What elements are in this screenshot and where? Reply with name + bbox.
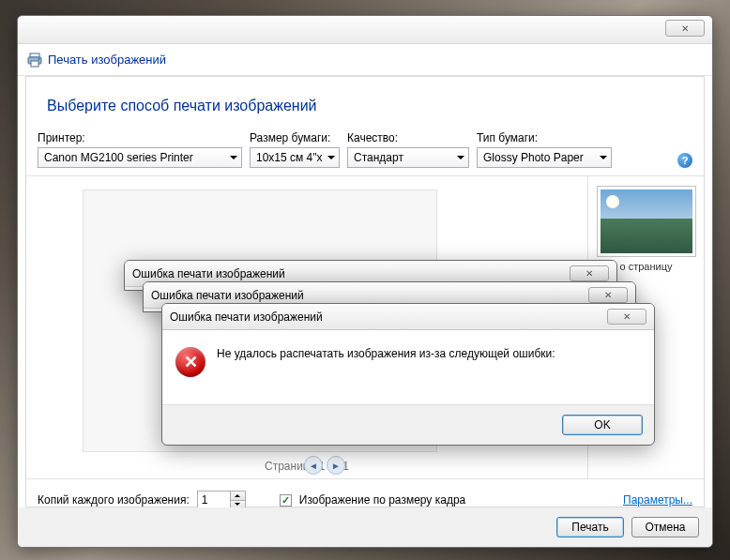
cancel-button[interactable]: Отмена <box>631 517 699 537</box>
window-close-button[interactable]: ✕ <box>665 20 705 37</box>
wizard-footer: Печать Отмена <box>18 507 712 547</box>
error-dialog-title: Ошибка печати изображений <box>132 267 285 280</box>
chevron-down-icon <box>600 156 607 159</box>
error-dialog-title: Ошибка печати изображений <box>151 289 304 302</box>
paper-size-value: 10x15 см 4"x <box>256 151 323 164</box>
error-dialog-body: Не удалось распечатать изображения из-за… <box>162 330 654 405</box>
preview-nav: ◄ ► <box>304 456 345 475</box>
copies-stepper[interactable]: 1 <box>197 491 246 509</box>
printer-select[interactable]: Canon MG2100 series Printer <box>38 147 242 168</box>
landscape-thumb-icon <box>601 189 692 253</box>
chevron-down-icon <box>327 156 335 159</box>
error-close-button[interactable]: ✕ <box>588 287 628 303</box>
error-dialog-footer: OK <box>162 405 654 445</box>
svg-rect-2 <box>31 61 38 67</box>
svg-rect-0 <box>30 53 39 57</box>
fit-frame-label: Изображение по размеру кадра <box>299 493 465 507</box>
error-dialog: Ошибка печати изображений ✕ Не удалось р… <box>161 303 655 446</box>
parameters-link[interactable]: Параметры... <box>623 493 692 507</box>
quality-select[interactable]: Стандарт <box>347 147 469 168</box>
next-page-button[interactable]: ► <box>327 456 345 475</box>
prev-page-button[interactable]: ◄ <box>304 456 323 475</box>
window-titlebar: ✕ <box>18 16 712 44</box>
paper-size-label: Размер бумаги: <box>250 131 340 144</box>
paper-size-select[interactable]: 10x15 см 4"x <box>250 147 340 168</box>
paper-type-label: Тип бумаги: <box>477 131 612 144</box>
printer-icon <box>27 53 42 68</box>
error-message: Не удалось распечатать изображения из-за… <box>217 347 555 360</box>
copies-up-button[interactable] <box>230 492 245 500</box>
wizard-heading: Выберите способ печати изображений <box>26 77 704 131</box>
fit-frame-checkbox[interactable] <box>280 494 292 507</box>
layout-thumbnail[interactable] <box>597 186 696 257</box>
help-icon[interactable]: ? <box>677 153 692 168</box>
printer-label: Принтер: <box>38 131 242 144</box>
window-title: Печать изображений <box>48 53 166 67</box>
printer-value: Canon MG2100 series Printer <box>44 151 193 164</box>
paper-type-value: Glossy Photo Paper <box>483 151 584 164</box>
error-ok-button[interactable]: OK <box>562 415 643 435</box>
copies-value: 1 <box>202 493 208 507</box>
print-button[interactable]: Печать <box>556 517 624 537</box>
window-header: Печать изображений <box>18 44 712 76</box>
paper-type-select[interactable]: Glossy Photo Paper <box>477 147 612 168</box>
chevron-down-icon <box>457 156 464 159</box>
error-dialog-titlebar: Ошибка печати изображений ✕ <box>162 304 654 330</box>
quality-value: Стандарт <box>354 151 403 164</box>
copies-label: Копий каждого изображения: <box>38 493 190 507</box>
svg-point-3 <box>38 58 40 60</box>
error-dialog-title: Ошибка печати изображений <box>170 310 323 324</box>
error-icon <box>175 347 205 377</box>
error-close-button[interactable]: ✕ <box>607 309 646 325</box>
quality-label: Качество: <box>347 131 469 144</box>
chevron-down-icon <box>230 156 237 159</box>
error-close-button[interactable]: ✕ <box>570 265 609 281</box>
print-options-row: Принтер: Canon MG2100 series Printer Раз… <box>26 131 704 176</box>
